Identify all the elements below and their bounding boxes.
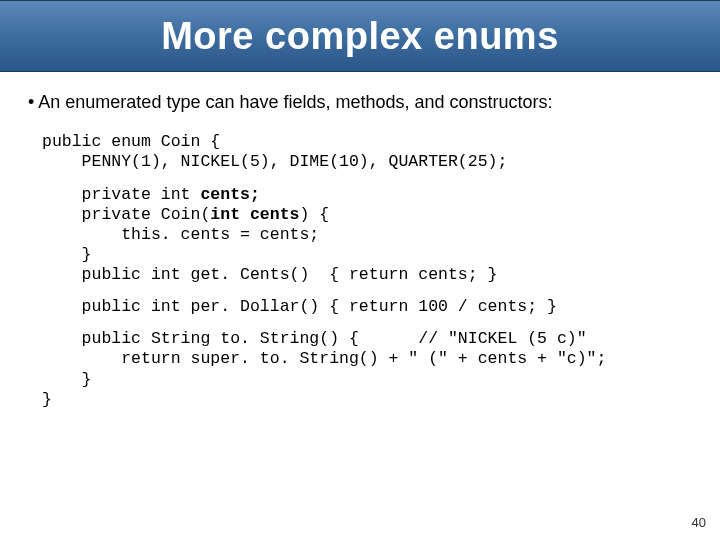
code-line: return super. to. String() + " (" + cent… xyxy=(42,349,606,368)
code-line: PENNY(1), NICKEL(5), DIME(10), QUARTER(2… xyxy=(42,152,507,171)
page-number: 40 xyxy=(692,515,706,530)
code-bold: int cents xyxy=(210,205,299,224)
code-block: public enum Coin { PENNY(1), NICKEL(5), … xyxy=(28,132,692,410)
title-bar: More complex enums xyxy=(0,0,720,72)
code-line: ) { xyxy=(299,205,329,224)
code-line: public int get. Cents() { return cents; … xyxy=(42,265,497,284)
slide-title: More complex enums xyxy=(161,15,559,58)
code-line: public enum Coin { xyxy=(42,132,220,151)
code-line: private Coin( xyxy=(42,205,210,224)
code-line: this. cents = cents; xyxy=(42,225,319,244)
code-line: } xyxy=(42,370,92,389)
code-line: public String to. String() { // "NICKEL … xyxy=(42,329,587,348)
code-bold: cents; xyxy=(200,185,259,204)
code-line: public int per. Dollar() { return 100 / … xyxy=(42,297,557,316)
code-line: } xyxy=(42,390,52,409)
code-line: } xyxy=(42,245,92,264)
code-line: private int xyxy=(42,185,200,204)
content-area: • An enumerated type can have fields, me… xyxy=(0,72,720,410)
bullet-text: • An enumerated type can have fields, me… xyxy=(28,90,692,114)
